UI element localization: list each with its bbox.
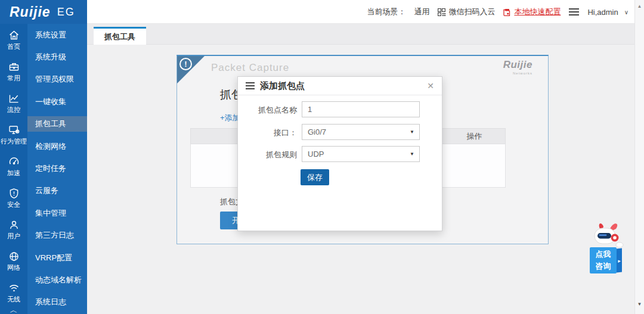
sidebar-item-users[interactable]: 用户 <box>0 213 27 245</box>
interface-select[interactable]: Gi0/7 ▼ <box>302 124 420 140</box>
ruijie-eg-logo: Ruijie EG <box>0 0 87 24</box>
exclamation-badge-icon: ! <box>179 58 192 70</box>
robot-rabbit-icon <box>587 221 626 250</box>
select-caret-icon: ▼ <box>410 151 414 157</box>
scroll-up-icon[interactable]: ▲ <box>635 4 644 9</box>
network-globe-icon <box>8 250 20 263</box>
speed-gauge-icon <box>8 156 20 168</box>
sidebar-item-vrrp-config[interactable]: VRRP配置 <box>27 247 87 269</box>
user-icon <box>8 219 20 231</box>
sidebar-item-wireless[interactable]: 无线 <box>0 276 27 308</box>
sidebar-item-network-detect[interactable]: 检测网络 <box>27 135 87 157</box>
briefcase-icon <box>8 61 20 73</box>
sidebar-item-acceleration[interactable]: 加速 <box>0 150 27 182</box>
capture-point-name-label: 抓包点名称 <box>238 105 297 116</box>
sidebar-item-cloud-service[interactable]: 云服务 <box>27 180 87 202</box>
topbar-menu: 当前场景： 通用 微信扫码入云 本地快速配置 Hi,admin ∨ <box>367 0 628 24</box>
sidebar-item-system-log[interactable]: 系统日志 <box>27 291 87 313</box>
help-mascot[interactable]: 点我 咨询 ▶ <box>587 221 626 275</box>
capture-rule-select[interactable]: UDP ▼ <box>302 146 420 162</box>
sidebar-item-third-party-log[interactable]: 第三方日志 <box>27 225 87 247</box>
add-capture-point-modal: 添加抓包点 ✕ 抓包点名称 1 接口： Gi0/7 ▼ 抓包规则 UDP ▼ 保… <box>237 76 442 231</box>
brand-text: Ruijie <box>10 4 51 20</box>
capture-point-name-input[interactable]: 1 <box>302 101 420 117</box>
capture-rule-label: 抓包规则 <box>238 150 297 160</box>
modal-title: 添加抓包点 <box>260 80 305 92</box>
sidebar-item-one-click-collect[interactable]: 一键收集 <box>27 91 87 113</box>
mascot-cube-side: ▶ <box>617 248 622 272</box>
sidebar-item-network[interactable]: 网络 <box>0 245 27 276</box>
sidebar-item-flow-control[interactable]: 流控 <box>0 87 27 119</box>
sidebar-item-ddns[interactable]: 动态域名解析 <box>27 269 87 291</box>
sidebar-item-system-settings[interactable]: 系统设置 <box>27 24 87 46</box>
save-button[interactable]: 保存 <box>301 169 329 185</box>
sidebar-item-central-mgmt[interactable]: 集中管理 <box>27 202 87 224</box>
topbar-hamburger-icon[interactable] <box>569 8 579 15</box>
sidebar-more-chevron-icon[interactable]: ︿ <box>0 305 27 314</box>
sidebar-item-packet-capture[interactable]: 抓包工具 <box>27 113 87 135</box>
mascot-consult-button[interactable]: 点我 咨询 <box>590 247 617 273</box>
sidebar-item-scheduled-tasks[interactable]: 定时任务 <box>27 157 87 179</box>
select-caret-icon: ▼ <box>410 129 414 135</box>
app-window: Ruijie EG 当前场景： 通用 微信扫码入云 本地快速配置 Hi,admi… <box>0 0 644 314</box>
panel-title: Packet Capture <box>211 62 289 74</box>
product-text: EG <box>57 6 75 18</box>
sidebar-item-admin-rights[interactable]: 管理员权限 <box>27 69 87 91</box>
sidebar-item-security[interactable]: 安全 <box>0 182 27 213</box>
modal-header: 添加抓包点 ✕ <box>238 77 442 95</box>
home-icon <box>8 29 20 42</box>
qr-code-icon <box>438 8 445 16</box>
user-menu[interactable]: Hi,admin ∨ <box>587 8 628 17</box>
scroll-down-icon[interactable]: ▼ <box>635 301 644 307</box>
sidebar-item-system-upgrade[interactable]: 系统升级 <box>27 46 87 68</box>
tab-packet-capture[interactable]: 抓包工具 <box>94 27 146 45</box>
sidebar-item-behavior-mgmt[interactable]: 行为管理 <box>0 119 27 150</box>
vertical-scrollbar[interactable]: ▲ ▼ <box>634 0 644 314</box>
ruijie-networks-logo: Ruijie Networks <box>503 60 532 78</box>
chevron-down-icon: ∨ <box>624 9 628 15</box>
local-quick-config-label: 本地快速配置 <box>514 7 561 17</box>
modal-hamburger-icon <box>246 82 255 89</box>
flow-control-icon <box>8 92 20 105</box>
sidebar-item-home[interactable]: 首页 <box>0 24 27 55</box>
scene-label: 当前场景： <box>367 7 405 17</box>
sidebar-icon-rail: 首页 常用 流控 行为管理 加速 安全 用户 网络 <box>0 24 27 314</box>
sidebar-item-common[interactable]: 常用 <box>0 55 27 87</box>
wifi-icon <box>8 282 20 294</box>
greeting-text: Hi,admin <box>587 8 618 17</box>
wechat-cloud-link[interactable]: 微信扫码入云 <box>438 7 495 17</box>
close-icon[interactable]: ✕ <box>427 81 434 91</box>
behavior-mgmt-icon <box>8 124 20 136</box>
topbar: Ruijie EG 当前场景： 通用 微信扫码入云 本地快速配置 Hi,admi… <box>0 0 644 24</box>
quick-config-icon <box>503 8 511 16</box>
interface-label: 接口： <box>238 128 297 138</box>
tab-bar: 抓包工具 <box>87 24 634 45</box>
wechat-cloud-label: 微信扫码入云 <box>448 7 495 17</box>
scene-value[interactable]: 通用 <box>414 7 429 17</box>
operation-column-header: 操作 <box>444 129 505 144</box>
shield-icon <box>8 187 20 200</box>
sidebar-menu: 系统设置 系统升级 管理员权限 一键收集 抓包工具 检测网络 定时任务 云服务 … <box>27 24 87 314</box>
play-icon: ▶ <box>618 258 621 263</box>
local-quick-config-link[interactable]: 本地快速配置 <box>503 7 561 17</box>
